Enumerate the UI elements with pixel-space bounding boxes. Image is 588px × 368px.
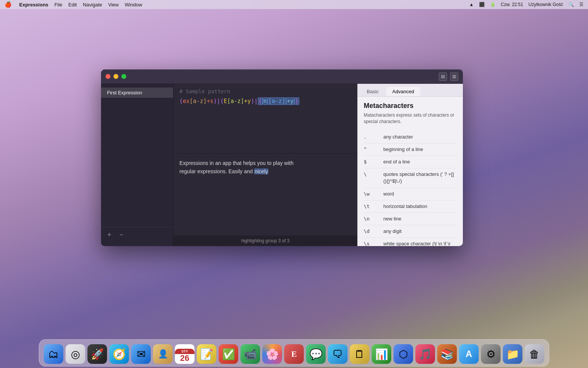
dock-appstore[interactable]: A: [459, 344, 479, 364]
rx-dash-y: +y: [286, 97, 294, 105]
metachar-dot[interactable]: . any character: [364, 131, 457, 143]
battery-icon: 🔋: [490, 2, 496, 7]
dock-launchpad[interactable]: 🚀: [87, 344, 107, 364]
rx-pipe-1: |: [217, 98, 220, 105]
menubar-right: ▲ ⬛ 🔋 Czw. 22:51 Użytkownik Gość 🔍 ☰: [469, 2, 583, 7]
metachar-whitespace[interactable]: \s white space character (\t \n \f \r \p…: [364, 238, 457, 246]
sidebar-item-first-expression[interactable]: First Expression: [101, 88, 173, 98]
menubar: 🍎 Expressions File Edit Navigate View Wi…: [0, 0, 588, 9]
desc-newline: new line: [383, 216, 401, 222]
dock-stickies[interactable]: 🗒: [350, 344, 369, 364]
content-area: First Expression + − # Sample pattern ( …: [101, 84, 463, 246]
remove-expression-button[interactable]: −: [117, 230, 126, 239]
dock-mail[interactable]: ✉: [131, 344, 151, 364]
dock-numbers[interactable]: 📊: [372, 344, 391, 364]
dock-keynote[interactable]: ⬡: [394, 344, 413, 364]
desc-dot: any character: [383, 134, 413, 140]
minimize-button[interactable]: [113, 74, 118, 79]
sidebar-footer: + −: [101, 227, 173, 242]
dock-expressions[interactable]: E: [284, 344, 304, 364]
panel-tabs: Basic Advanced: [358, 84, 463, 97]
rx-bracket3: [a-z]: [268, 97, 286, 105]
dock-reminders[interactable]: ✅: [219, 344, 238, 364]
dock-finder[interactable]: 🗂: [44, 344, 63, 364]
symbol-caret: ^: [364, 146, 379, 152]
test-text-line2: regular expressions. Easily and: [179, 168, 254, 174]
tab-advanced[interactable]: Advanced: [386, 87, 420, 96]
rx-open-paren-3: (: [258, 97, 263, 105]
maximize-button[interactable]: [121, 74, 126, 79]
airplay-icon: ⬛: [479, 2, 485, 7]
test-text: Expressions in an app that helps you to …: [179, 159, 351, 176]
symbol-word: \w: [364, 191, 379, 197]
dock: 🗂 ◎ 🚀 🧭 ✉ 👤 STY26 📝 ✅ 📹 🌸 E 💬 🗨 🗒 📊 ⬡ 🎵 …: [39, 339, 549, 366]
sidebar: First Expression + −: [101, 84, 173, 246]
rx-n: n: [263, 97, 268, 105]
menu-view[interactable]: View: [108, 2, 119, 8]
dock-messages[interactable]: 🗨: [328, 344, 348, 364]
search-icon[interactable]: 🔍: [568, 2, 574, 7]
dock-safari[interactable]: 🧭: [109, 344, 129, 364]
dock-books[interactable]: 📚: [437, 344, 457, 364]
editor-comment: # Sample pattern: [179, 88, 351, 94]
titlebar: ▤ ▥: [101, 69, 463, 84]
tab-basic[interactable]: Basic: [361, 87, 385, 96]
metachar-word[interactable]: \w word: [364, 188, 457, 200]
apple-menu[interactable]: 🍎: [5, 1, 12, 8]
control-center-icon[interactable]: ☰: [579, 2, 583, 7]
desc-whitespace: white space character (\t \n \f \r \p{Z}…: [383, 240, 457, 246]
clock: Czw. 22:51: [501, 2, 523, 7]
menu-navigate[interactable]: Navigate: [83, 2, 102, 8]
menu-edit[interactable]: Edit: [68, 2, 77, 8]
metachar-caret[interactable]: ^ beginning of a line: [364, 143, 457, 156]
editor-pane: # Sample pattern ( ex [a-z] +s ) | ( E […: [173, 84, 357, 246]
metachar-backslash[interactable]: \ quotes special characters (' ? +[](){}…: [364, 168, 457, 188]
dock-photos[interactable]: 🌸: [262, 344, 282, 364]
add-expression-button[interactable]: +: [105, 230, 114, 239]
menubar-left: 🍎 Expressions File Edit Navigate View Wi…: [5, 1, 142, 8]
right-panel: Basic Advanced Metacharacters Matacharac…: [357, 84, 463, 246]
app-name[interactable]: Expressions: [19, 2, 48, 8]
metachar-newline[interactable]: \n new line: [364, 213, 457, 225]
regex-editor[interactable]: # Sample pattern ( ex [a-z] +s ) | ( E […: [173, 84, 357, 154]
rx-plus-y: +y: [244, 98, 251, 105]
desc-dollar: end of a line: [383, 159, 410, 165]
titlebar-icons: ▤ ▥: [439, 72, 458, 81]
dock-messages-group[interactable]: 💬: [306, 344, 326, 364]
test-text-line1: Expressions in an app that helps you to …: [179, 160, 294, 166]
dock-facetime[interactable]: 📹: [240, 344, 260, 364]
rx-plus-s: +s: [207, 98, 213, 105]
metachar-dollar[interactable]: $ end of a line: [364, 156, 457, 168]
rx-close-paren-1: ): [213, 98, 217, 105]
symbol-backslash: \: [364, 171, 379, 177]
dock-siri[interactable]: ◎: [66, 344, 85, 364]
symbol-dot: .: [364, 134, 379, 140]
menu-window[interactable]: Window: [125, 2, 142, 8]
status-text: highlighting group 3 of 3: [241, 238, 289, 243]
dock-notes[interactable]: 📝: [197, 344, 216, 364]
metachar-tab[interactable]: \t horizontal tabulation: [364, 200, 457, 213]
panel-title: Metacharacters: [364, 102, 457, 110]
desc-caret: beginning of a line: [383, 146, 423, 153]
test-highlight: nicely: [254, 168, 268, 174]
rx-bracket1: [a-z]: [190, 98, 207, 105]
sidebar-toggle[interactable]: ▤: [439, 72, 447, 81]
app-window: ▤ ▥ First Expression + − # Sample patter…: [101, 69, 463, 246]
rx-bracket2: [a-z]: [227, 98, 244, 105]
symbol-dollar: $: [364, 159, 379, 165]
dock-settings[interactable]: ⚙: [481, 344, 501, 364]
metachar-digit[interactable]: \d any digit: [364, 225, 457, 238]
user-name: Użytkownik Gość: [528, 2, 563, 7]
dock-calendar[interactable]: STY26: [175, 344, 194, 364]
dock-music[interactable]: 🎵: [415, 344, 435, 364]
dock-contacts[interactable]: 👤: [153, 344, 173, 364]
dock-trash[interactable]: 🗑: [525, 344, 544, 364]
rx-E: E: [224, 98, 227, 105]
dock-folder[interactable]: 📁: [503, 344, 522, 364]
rx-close-paren-3: ): [294, 97, 299, 105]
test-text-area[interactable]: Expressions in an app that helps you to …: [173, 154, 357, 246]
close-button[interactable]: [106, 74, 110, 79]
menu-file[interactable]: File: [54, 2, 62, 8]
panel-toggle[interactable]: ▥: [450, 72, 458, 81]
wifi-icon: ▲: [469, 2, 474, 7]
